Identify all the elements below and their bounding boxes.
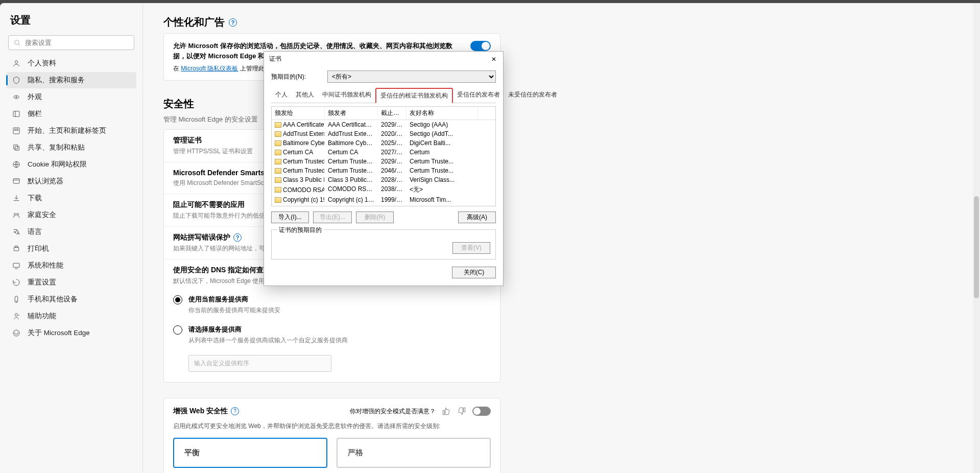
svg-point-22 bbox=[13, 330, 19, 336]
cert-row[interactable]: Certum Trusted ...Certum Trusted N...204… bbox=[272, 166, 495, 175]
certificate-icon bbox=[275, 197, 281, 203]
col-issued-to[interactable]: 颁发给 bbox=[272, 107, 325, 120]
nav-icon bbox=[12, 110, 20, 118]
thumbs-up-icon[interactable] bbox=[442, 407, 451, 416]
nav-icon bbox=[12, 245, 20, 253]
search-box[interactable] bbox=[8, 35, 134, 50]
advanced-button[interactable]: 高级(A) bbox=[458, 211, 496, 223]
info-icon[interactable]: ? bbox=[229, 18, 237, 27]
nav-icon bbox=[12, 295, 20, 303]
svg-rect-6 bbox=[13, 128, 19, 134]
scrollbar-thumb[interactable] bbox=[974, 196, 979, 298]
sidebar-item-9[interactable]: 家庭安全 bbox=[6, 207, 136, 223]
cert-row[interactable]: AddTrust Extern...AddTrust External ...2… bbox=[272, 129, 495, 138]
radio-unchecked-icon bbox=[173, 325, 182, 335]
nav-icon bbox=[12, 228, 20, 236]
nav-icon bbox=[12, 329, 20, 337]
certificate-icon bbox=[275, 122, 281, 128]
certificate-icon bbox=[275, 177, 281, 183]
info-icon[interactable]: ? bbox=[233, 233, 242, 242]
nav-icon bbox=[12, 93, 20, 101]
cert-tab-4[interactable]: 受信任的发布者 bbox=[453, 88, 504, 103]
nav-icon bbox=[12, 278, 20, 287]
certificate-icon bbox=[275, 140, 281, 146]
delete-button[interactable]: 删除(R) bbox=[356, 211, 394, 223]
export-button[interactable]: 导出(E)... bbox=[313, 211, 352, 223]
sidebar-item-13[interactable]: 重置设置 bbox=[6, 274, 136, 291]
sidebar-item-4[interactable]: 开始、主页和新建标签页 bbox=[6, 123, 136, 139]
nav-icon bbox=[12, 177, 20, 185]
svg-line-1 bbox=[18, 43, 20, 45]
cert-tab-0[interactable]: 个人 bbox=[271, 88, 292, 103]
nav-icon bbox=[12, 211, 20, 219]
sidebar-item-7[interactable]: 默认浏览器 bbox=[6, 173, 136, 190]
sidebar-item-3[interactable]: 侧栏 bbox=[6, 106, 136, 122]
sidebar-item-15[interactable]: 辅助功能 bbox=[6, 308, 136, 324]
cert-tabs: 个人其他人中间证书颁发机构受信任的根证书颁发机构受信任的发布者未受信任的发布者 bbox=[271, 88, 496, 103]
sidebar-item-5[interactable]: 共享、复制和粘贴 bbox=[6, 139, 136, 156]
sidebar-item-6[interactable]: Cookie 和网站权限 bbox=[6, 156, 136, 173]
radio-checked-icon bbox=[173, 295, 182, 304]
close-button[interactable]: 关闭(C) bbox=[452, 267, 496, 278]
cert-intent-box: 证书的预期目的 查看(V) bbox=[271, 229, 496, 259]
sidebar-item-2[interactable]: 外观 bbox=[6, 89, 136, 105]
mode-balanced-card[interactable]: 平衡 bbox=[173, 438, 327, 468]
enhance-toggle[interactable] bbox=[472, 407, 491, 416]
svg-rect-16 bbox=[15, 246, 17, 248]
col-expiry[interactable]: 截止日期 bbox=[378, 107, 407, 120]
certificates-dialog: 证书 ✕ 预期目的(N): <所有> 个人其他人中间证书颁发机构受信任的根证书颁… bbox=[264, 51, 504, 286]
custom-dns-input[interactable]: 输入自定义提供程序 bbox=[188, 355, 331, 372]
svg-rect-7 bbox=[15, 129, 18, 131]
view-button[interactable]: 查看(V) bbox=[452, 242, 490, 254]
sidebar-item-10[interactable]: 语言 bbox=[6, 224, 136, 240]
sidebar-item-16[interactable]: 关于 Microsoft Edge bbox=[6, 325, 136, 341]
personalization-toggle[interactable] bbox=[470, 41, 491, 51]
cert-row[interactable]: COMODO RSA ...COMODO RSA Ce...2038/1/...… bbox=[272, 184, 495, 195]
dns-choose-provider-option[interactable]: 请选择服务提供商 从列表中选择一个服务提供商或输入一个自定义服务提供商 bbox=[173, 320, 491, 350]
scrollbar-track[interactable] bbox=[973, 3, 980, 473]
nav-icon bbox=[12, 194, 20, 202]
svg-point-2 bbox=[15, 61, 17, 63]
personalization-heading: 个性化和广告 bbox=[163, 15, 225, 29]
enhance-security-card: 增强 Web 安全性 ? 你对增强的安全模式是否满意？ 启用此模式可更安全地浏览… bbox=[163, 398, 500, 473]
settings-sidebar: 设置 个人资料隐私、搜索和服务外观侧栏开始、主页和新建标签页共享、复制和粘贴Co… bbox=[0, 3, 143, 473]
thumbs-down-icon[interactable] bbox=[457, 407, 466, 416]
col-issued-by[interactable]: 颁发者 bbox=[325, 107, 378, 120]
search-input[interactable] bbox=[25, 39, 129, 46]
cert-tab-1[interactable]: 其他人 bbox=[292, 88, 318, 103]
cert-tab-2[interactable]: 中间证书颁发机构 bbox=[318, 88, 375, 103]
import-button[interactable]: 导入(I)... bbox=[271, 211, 309, 223]
cert-row[interactable]: AAA Certificate S...AAA Certificate Ser.… bbox=[272, 120, 495, 129]
svg-rect-9 bbox=[15, 146, 19, 150]
privacy-dashboard-link[interactable]: Microsoft 隐私仪表板 bbox=[181, 65, 238, 72]
svg-rect-8 bbox=[14, 145, 18, 149]
sidebar-item-12[interactable]: 系统和性能 bbox=[6, 257, 136, 274]
cert-row[interactable]: Certum CACertum CA2027/6/...Certum bbox=[272, 148, 495, 157]
cert-row[interactable]: Class 3 Public Pr...Class 3 Public Prim.… bbox=[272, 175, 495, 184]
svg-point-21 bbox=[15, 314, 17, 316]
close-icon[interactable]: ✕ bbox=[490, 56, 498, 63]
sidebar-item-11[interactable]: 打印机 bbox=[6, 241, 136, 257]
dns-current-provider-option[interactable]: 使用当前服务提供商 你当前的服务提供商可能未提供安 bbox=[173, 290, 491, 320]
nav-icon bbox=[12, 262, 20, 270]
cert-row[interactable]: Baltimore Cyber...Baltimore CyberTr...20… bbox=[272, 138, 495, 148]
sidebar-item-0[interactable]: 个人资料 bbox=[6, 55, 136, 72]
cert-tab-5[interactable]: 未受信任的发布者 bbox=[504, 88, 561, 103]
search-icon bbox=[14, 39, 21, 46]
nav-icon bbox=[12, 59, 20, 67]
nav-icon bbox=[12, 312, 20, 320]
sidebar-item-8[interactable]: 下载 bbox=[6, 190, 136, 206]
cert-row[interactable]: Certum Trusted ...Certum Trusted N...202… bbox=[272, 157, 495, 166]
nav-icon bbox=[12, 127, 20, 135]
sidebar-item-14[interactable]: 手机和其他设备 bbox=[6, 291, 136, 308]
col-friendly-name[interactable]: 友好名称 bbox=[407, 107, 478, 120]
mode-strict-card[interactable]: 严格 bbox=[337, 438, 491, 468]
info-icon[interactable]: ? bbox=[231, 407, 239, 415]
svg-point-20 bbox=[16, 301, 16, 301]
sidebar-item-1[interactable]: 隐私、搜索和服务 bbox=[6, 72, 136, 88]
nav-icon bbox=[12, 144, 20, 152]
cert-tab-3[interactable]: 受信任的根证书颁发机构 bbox=[375, 88, 453, 103]
cert-row[interactable]: Copyright (c) 19...Copyright (c) 1997...… bbox=[272, 195, 495, 204]
cert-row[interactable]: DigiCert Assure...DigiCert Assured I...2… bbox=[272, 204, 495, 206]
purpose-select[interactable]: <所有> bbox=[327, 70, 496, 83]
